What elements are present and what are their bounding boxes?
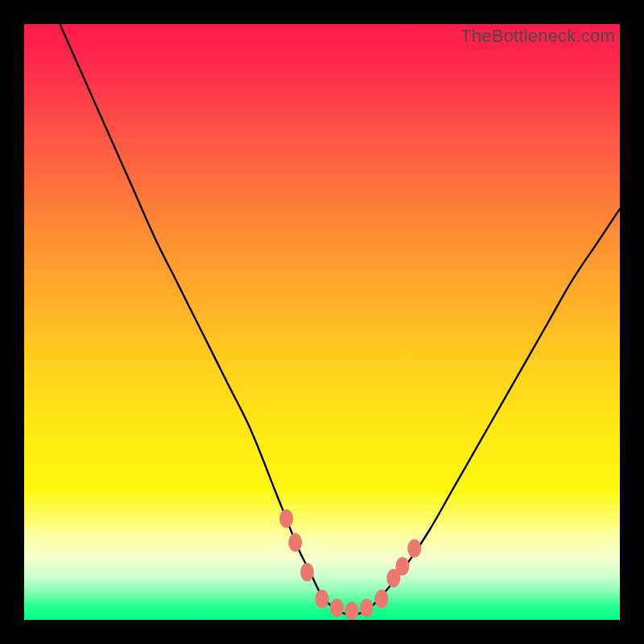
marker-point — [345, 601, 359, 620]
chart-frame: TheBottleneck.com — [0, 0, 644, 644]
marker-point — [395, 557, 409, 576]
marker-point — [375, 590, 389, 609]
marker-point — [279, 510, 293, 528]
watermark-text: TheBottleneck.com — [460, 26, 615, 47]
marker-point — [300, 563, 314, 581]
bottleneck-curve — [24, 24, 620, 620]
plot-area: TheBottleneck.com — [24, 24, 620, 620]
marker-point — [288, 533, 302, 551]
marker-point — [407, 539, 421, 558]
marker-point — [360, 599, 374, 617]
optimal-range-markers — [24, 24, 620, 620]
marker-point — [316, 590, 329, 609]
marker-point — [386, 569, 400, 588]
marker-point — [330, 599, 344, 617]
